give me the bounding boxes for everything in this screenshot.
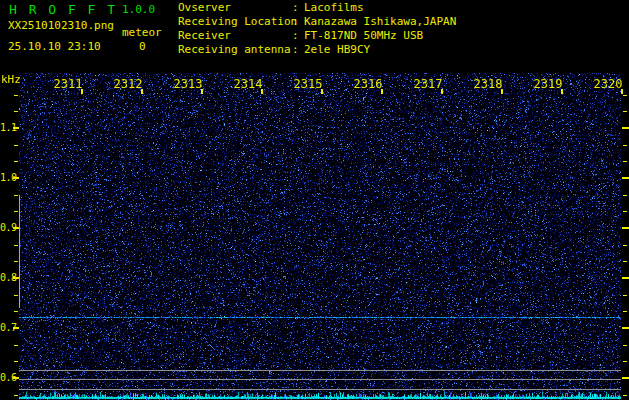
observation-datetime: 25.10.10 23:10	[8, 40, 101, 53]
minute-tick	[441, 89, 443, 94]
freq-minor-tick	[623, 195, 627, 196]
station-info-label: Ovserver	[178, 1, 292, 15]
freq-minor-tick	[623, 211, 627, 212]
freq-major-tick	[13, 377, 19, 379]
freq-minor-tick	[14, 261, 18, 262]
station-info-row: Receiving Location:Kanazawa Ishikawa,JAP…	[178, 15, 456, 29]
freq-major-tick	[622, 327, 629, 329]
meteor-count: 0	[139, 40, 146, 53]
freq-minor-tick	[14, 95, 18, 96]
freq-minor-tick	[623, 295, 627, 296]
freq-major-tick	[13, 177, 19, 179]
freq-major-tick	[622, 377, 629, 379]
freq-minor-tick	[623, 111, 627, 112]
station-info-block: Ovserver:LacofilmsReceiving Location:Kan…	[178, 1, 456, 57]
freq-axis-unit-label: kHz	[1, 73, 21, 86]
time-label: 2316	[352, 77, 384, 91]
station-info-row: Ovserver:Lacofilms	[178, 1, 456, 15]
app-title: H R O F F T	[9, 2, 117, 17]
minute-tick	[261, 89, 263, 94]
minute-tick	[621, 89, 623, 94]
time-label: 2318	[472, 77, 504, 91]
time-label: 2313	[172, 77, 204, 91]
freq-minor-tick	[14, 311, 18, 312]
time-label: 2314	[232, 77, 264, 91]
station-info-row: Receiving antenna:2ele HB9CY	[178, 43, 456, 57]
freq-minor-tick	[623, 395, 627, 396]
freq-minor-tick	[623, 345, 627, 346]
spectrogram-canvas	[19, 73, 621, 400]
time-label: 2319	[532, 77, 564, 91]
output-filename: XX2510102310.png	[8, 19, 114, 32]
time-label: 2312	[112, 77, 144, 91]
station-info-separator: :	[292, 1, 304, 15]
station-info-separator: :	[292, 15, 304, 29]
observation-mode: meteor	[122, 26, 162, 39]
freq-minor-tick	[14, 295, 18, 296]
minute-tick	[561, 89, 563, 94]
freq-minor-tick	[623, 161, 627, 162]
freq-major-tick	[13, 227, 19, 229]
freq-minor-tick	[623, 245, 627, 246]
freq-minor-tick	[14, 361, 18, 362]
freq-minor-tick	[623, 95, 627, 96]
freq-minor-tick	[14, 395, 18, 396]
station-info-separator: :	[292, 29, 304, 43]
station-info-value: Kanazawa Ishikawa,JAPAN	[304, 15, 456, 29]
freq-minor-tick	[14, 211, 18, 212]
station-info-separator: :	[292, 43, 304, 57]
station-info-value: 2ele HB9CY	[304, 43, 370, 57]
freq-major-tick	[13, 127, 19, 129]
station-info-value: Lacofilms	[304, 1, 364, 15]
freq-major-tick	[622, 227, 629, 229]
app-version: 1.0.0	[122, 3, 155, 16]
freq-minor-tick	[623, 311, 627, 312]
minute-tick	[201, 89, 203, 94]
time-label: 2320	[592, 77, 624, 91]
freq-major-tick	[622, 277, 629, 279]
minute-tick	[321, 89, 323, 94]
minute-tick	[81, 89, 83, 94]
minute-tick	[501, 89, 503, 94]
freq-minor-tick	[14, 345, 18, 346]
freq-minor-tick	[14, 111, 18, 112]
station-info-row: Receiver:FT-817ND 50MHz USB	[178, 29, 456, 43]
time-label: 2315	[292, 77, 324, 91]
freq-major-tick	[13, 277, 19, 279]
hrofft-screen: H R O F F T 1.0.0 XX2510102310.png meteo…	[0, 0, 629, 400]
freq-major-tick	[622, 177, 629, 179]
freq-minor-tick	[14, 245, 18, 246]
freq-minor-tick	[623, 361, 627, 362]
freq-minor-tick	[14, 195, 18, 196]
freq-major-tick	[13, 327, 19, 329]
freq-minor-tick	[623, 261, 627, 262]
time-label: 2317	[412, 77, 444, 91]
freq-major-tick	[622, 127, 629, 129]
station-info-label: Receiving antenna	[178, 43, 292, 57]
minute-tick	[381, 89, 383, 94]
time-label: 2311	[52, 77, 84, 91]
minute-tick	[141, 89, 143, 94]
station-info-value: FT-817ND 50MHz USB	[304, 29, 423, 43]
freq-minor-tick	[14, 145, 18, 146]
station-info-label: Receiving Location	[178, 15, 292, 29]
freq-minor-tick	[14, 161, 18, 162]
freq-minor-tick	[623, 145, 627, 146]
station-info-label: Receiver	[178, 29, 292, 43]
